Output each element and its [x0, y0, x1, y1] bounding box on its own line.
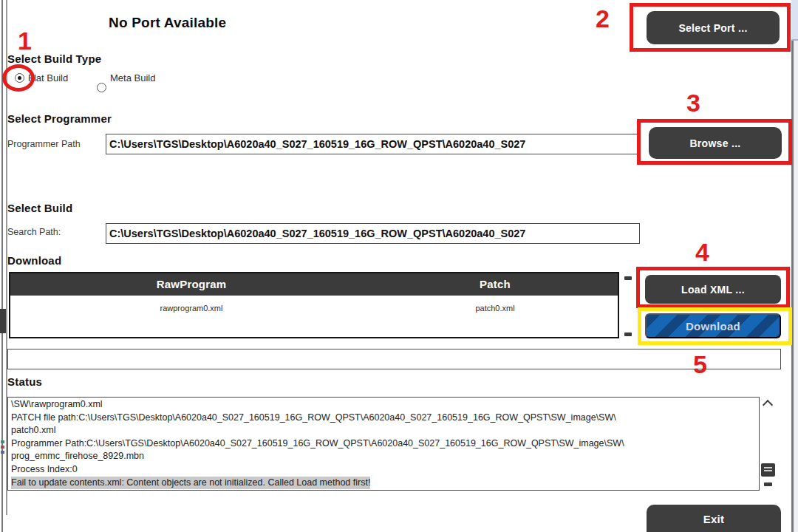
background-window-fragment — [0, 309, 6, 333]
annotation-number-1: 1 — [18, 28, 32, 53]
annotation-circle-flat-build — [2, 64, 35, 92]
table-header-row: RawProgram Patch — [10, 273, 618, 296]
patch-cell: patch0.xml — [475, 304, 514, 313]
status-line: patch0.xml — [11, 424, 756, 437]
status-heading: Status — [7, 375, 42, 388]
column-header-rawprogram: RawProgram — [157, 278, 227, 290]
background-speck — [1, 451, 4, 454]
annotation-number-5: 5 — [693, 352, 707, 377]
rawprogram-cell: rawprogram0.xml — [160, 304, 223, 313]
status-line: PATCH file path:C:\Users\TGS\Desktop\A60… — [11, 412, 756, 425]
browse-button[interactable]: Browse ... — [649, 127, 782, 159]
download-heading: Download — [7, 254, 61, 267]
page-title: No Port Available — [109, 15, 226, 31]
annotation-number-3: 3 — [686, 90, 700, 115]
search-path-label: Search Path: — [7, 227, 61, 237]
search-path-input[interactable] — [106, 223, 640, 244]
grip-dash — [624, 332, 632, 336]
build-type-heading: Select Build Type — [7, 52, 101, 65]
load-xml-button[interactable]: Load XML ... — [645, 275, 781, 304]
meta-build-label: Meta Build — [110, 72, 155, 83]
scroll-down-icon[interactable] — [764, 482, 772, 486]
background-speck — [1, 446, 4, 449]
status-line: Programmer Path:C:\Users\TGS\Desktop\A60… — [11, 437, 756, 451]
status-line-highlighted: Fail to update contents.xml: Content obj… — [11, 477, 370, 490]
programmer-heading: Select Programmer — [7, 112, 112, 125]
exit-button[interactable]: Exit — [647, 505, 781, 532]
right-edge-fill — [794, 41, 798, 532]
status-log[interactable]: \SW\rawprogram0.xml PATCH file path:C:\U… — [7, 397, 760, 491]
annotation-number-2: 2 — [596, 6, 610, 31]
scrollbar-thumb[interactable] — [761, 463, 775, 477]
programmer-path-input[interactable] — [106, 134, 640, 154]
background-speck — [1, 440, 4, 443]
download-button[interactable]: Download — [645, 313, 781, 338]
grip-dash — [624, 276, 632, 280]
status-line: \SW\rawprogram0.xml — [11, 398, 756, 412]
annotation-number-4: 4 — [695, 239, 709, 265]
status-line: Process Index:0 — [11, 463, 756, 477]
status-line: prog_emmc_firehose_8929.mbn — [11, 450, 756, 463]
programmer-path-label: Programmer Path — [7, 139, 81, 149]
progress-bar — [7, 349, 781, 369]
right-edge-line — [791, 41, 794, 532]
build-heading: Select Build — [7, 202, 72, 214]
background-window-corner — [791, 0, 798, 39]
table-row[interactable]: rawprogram0.xml patch0.xml — [10, 296, 618, 314]
qfil-window: No Port Available 2 Select Port ... 1 Se… — [0, 0, 798, 532]
select-port-button[interactable]: Select Port ... — [647, 11, 780, 44]
scroll-up-icon[interactable] — [763, 400, 773, 410]
column-header-patch: Patch — [480, 278, 511, 290]
meta-build-radio[interactable] — [97, 83, 106, 92]
download-file-table: RawProgram Patch rawprogram0.xml patch0.… — [9, 272, 619, 338]
